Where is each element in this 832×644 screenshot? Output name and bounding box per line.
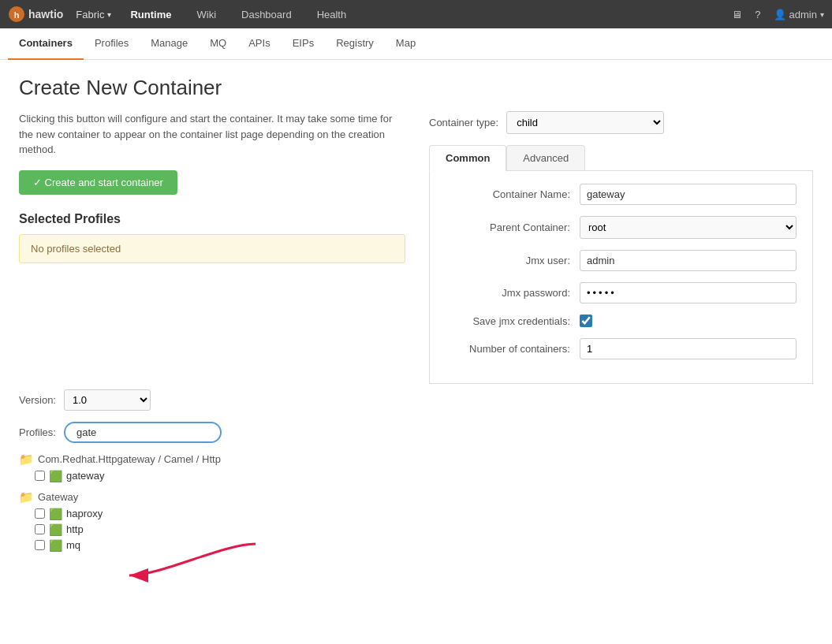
admin-arrow-icon: ▾ [820,10,824,19]
form-row-container-name: Container Name: [446,184,797,205]
label-haproxy: haproxy [66,508,103,519]
runtime-link[interactable]: Runtime [124,9,177,20]
two-col-layout: Clicking this button will configure and … [19,111,813,558]
form-row-jmx-user: Jmx user: [446,250,797,271]
profile-tree-wrapper: 📁 Com.Redhat.Httpgateway / Camel / Http … [19,451,405,553]
page-content: Create New Container Clicking this butto… [0,60,832,644]
label-gateway: gateway [66,470,104,482]
tree-folder-camel: 📁 Com.Redhat.Httpgateway / Camel / Http [19,451,405,468]
monitor-icon[interactable]: 🖥 [732,9,742,20]
folder-icon-camel: 📁 [19,452,34,467]
checkbox-haproxy[interactable] [35,508,45,519]
version-select[interactable]: 1.0 [64,389,151,411]
folder-label-gateway: Gateway [38,491,78,503]
tabs: Common Advanced [429,145,813,171]
top-bar-left: h hawtio Fabric ▾ Runtime Wiki Dashboard… [8,6,353,23]
form-panel: Container Name: Parent Container: root J… [429,171,813,384]
nav-mq[interactable]: MQ [199,28,237,60]
wiki-link[interactable]: Wiki [190,9,222,20]
tree-section-gateway: 📁 Gateway 🟩 haproxy 🟩 [19,489,405,553]
top-bar-right: 🖥 ? 👤 admin ▾ [732,9,824,20]
container-type-label: Container type: [429,117,498,128]
health-link[interactable]: Health [311,9,353,20]
right-column: Container type: child ssh cloud Common A… [429,111,813,384]
save-jmx-checkbox[interactable] [580,315,592,327]
profile-tree: 📁 Com.Redhat.Httpgateway / Camel / Http … [19,451,405,553]
hawtio-logo-text: hawtio [28,8,63,20]
nav-map[interactable]: Map [385,28,427,60]
svg-text:h: h [14,10,20,20]
container-name-input[interactable] [580,184,797,205]
create-start-button[interactable]: ✓ Create and start container [19,170,177,195]
label-http: http [66,523,84,535]
version-label: Version: [19,394,56,406]
profile-icon-http: 🟩 [49,523,62,536]
tree-item-mq: 🟩 mq [35,538,405,553]
container-type-select[interactable]: child ssh cloud [506,111,664,134]
nav-eips[interactable]: EIPs [282,28,325,60]
nav-apis[interactable]: APIs [237,28,281,60]
user-icon: 👤 [774,9,786,20]
checkbox-http[interactable] [35,524,45,534]
profile-icon-mq: 🟩 [49,539,62,552]
nav-containers[interactable]: Containers [8,28,84,60]
left-column: Clicking this button will configure and … [19,111,405,558]
profile-icon-haproxy: 🟩 [49,508,62,520]
jmx-user-label: Jmx user: [446,255,580,266]
checkbox-gateway[interactable] [35,471,45,481]
tree-item-gateway: 🟩 gateway [35,468,405,484]
admin-dropdown[interactable]: 👤 admin ▾ [774,9,824,20]
tree-section-camel: 📁 Com.Redhat.Httpgateway / Camel / Http … [19,451,405,484]
profile-icon-gateway: 🟩 [49,470,62,482]
fabric-dropdown[interactable]: Fabric ▾ [76,9,111,20]
main-nav: Containers Profiles Manage MQ APIs EIPs … [0,28,832,60]
admin-label: admin [789,9,817,20]
tree-items-gateway: 🟩 haproxy 🟩 http 🟩 mq [19,506,405,553]
parent-container-label: Parent Container: [446,221,580,233]
question-icon[interactable]: ? [755,9,760,20]
container-name-label: Container Name: [446,188,580,200]
container-type-row: Container type: child ssh cloud [429,111,813,134]
tab-common[interactable]: Common [429,145,506,171]
jmx-password-input[interactable] [580,282,797,303]
parent-container-select[interactable]: root [580,216,797,239]
profiles-search-input[interactable] [64,422,222,443]
version-row: Version: 1.0 [19,389,405,411]
label-mq: mq [66,539,80,551]
top-bar: h hawtio Fabric ▾ Runtime Wiki Dashboard… [0,0,832,28]
save-jmx-label: Save jmx credentials: [446,315,580,327]
form-row-num-containers: Number of containers: [446,338,797,359]
nav-profiles[interactable]: Profiles [84,28,140,60]
tree-item-http: 🟩 http [35,522,405,538]
description-text: Clicking this button will configure and … [19,111,397,158]
checkbox-mq[interactable] [35,540,45,550]
folder-label-camel: Com.Redhat.Httpgateway / Camel / Http [38,453,221,465]
tab-advanced[interactable]: Advanced [506,145,585,170]
jmx-password-label: Jmx password: [446,287,580,299]
profiles-label: Profiles: [19,426,56,438]
form-row-jmx-password: Jmx password: [446,282,797,303]
num-containers-input[interactable] [580,338,797,359]
num-containers-label: Number of containers: [446,343,580,355]
fabric-arrow-icon: ▾ [107,10,111,19]
hawtio-logo-icon: h [8,6,25,23]
nav-registry[interactable]: Registry [325,28,385,60]
form-row-save-jmx: Save jmx credentials: [446,315,797,327]
tree-item-haproxy: 🟩 haproxy [35,506,405,522]
fabric-label: Fabric [76,9,104,20]
dashboard-link[interactable]: Dashboard [235,9,298,20]
tree-items-camel: 🟩 gateway [19,468,405,484]
selected-profiles-title: Selected Profiles [19,212,405,226]
profiles-row: Profiles: [19,422,405,443]
jmx-user-input[interactable] [580,250,797,271]
form-row-parent-container: Parent Container: root [446,216,797,239]
logo-hawtio: h hawtio [8,6,63,23]
no-profiles-box: No profiles selected [19,234,405,263]
page-title: Create New Container [19,76,813,100]
folder-icon-gateway: 📁 [19,490,34,504]
tree-folder-gateway: 📁 Gateway [19,489,405,506]
nav-manage[interactable]: Manage [140,28,199,60]
